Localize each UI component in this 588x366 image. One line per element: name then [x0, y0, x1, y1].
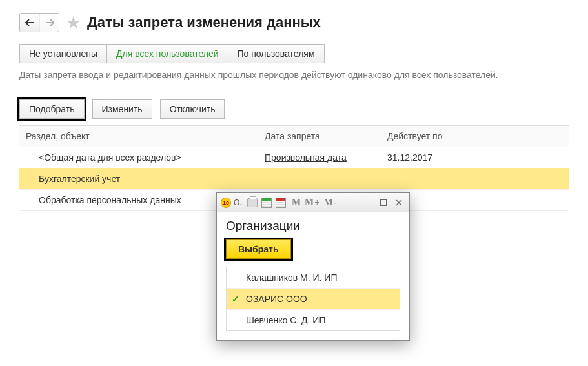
col-valid-until: Действует по: [381, 126, 569, 147]
tab-not-set[interactable]: Не установлены: [20, 45, 107, 63]
forward-button[interactable]: [39, 14, 59, 32]
col-lock-date: Дата запрета: [258, 126, 381, 147]
row-name: <Общая дата для всех разделов>: [19, 147, 258, 168]
table-row[interactable]: <Общая дата для всех разделов> Произволь…: [19, 147, 569, 168]
organizations-popup: 1c О.. M M+ M- Организации Выбрать Калаш…: [216, 192, 410, 224]
tab-all-users[interactable]: Для всех пользователей: [107, 45, 228, 63]
row-name: Бухгалтерский учет: [19, 168, 258, 189]
row-until: [381, 168, 569, 189]
popup-titlebar[interactable]: 1c О.. M M+ M-: [217, 193, 409, 212]
popup-caption: О..: [234, 198, 244, 207]
mode-tabs: Не установлены Для всех пользователей По…: [19, 44, 325, 63]
row-until: 31.12.2017: [381, 147, 569, 168]
table-row[interactable]: Бухгалтерский учет: [19, 168, 569, 190]
toolbar: Подобрать Изменить Отключить: [19, 99, 569, 119]
nav-buttons: [19, 13, 59, 32]
svg-rect-0: [381, 199, 387, 205]
calendar-red-icon[interactable]: [275, 197, 287, 208]
maximize-icon[interactable]: [377, 197, 390, 208]
description-text: Даты запрета ввода и редактирования данн…: [19, 70, 569, 80]
row-kind: [258, 168, 381, 189]
disable-button[interactable]: Отключить: [160, 99, 225, 119]
print-icon[interactable]: [247, 197, 258, 208]
favorite-star-icon[interactable]: ★: [66, 14, 81, 31]
row-kind-link[interactable]: Произвольная дата: [265, 152, 347, 163]
app-1c-icon: 1c: [221, 198, 231, 208]
col-section: Раздел, объект: [19, 126, 258, 147]
page-title: Даты запрета изменения данных: [87, 14, 321, 31]
calendar-green-icon[interactable]: [261, 197, 272, 208]
pick-button[interactable]: Подобрать: [19, 99, 85, 119]
tab-by-users[interactable]: По пользователям: [228, 45, 324, 63]
close-icon[interactable]: [392, 197, 405, 208]
back-button[interactable]: [20, 14, 39, 32]
popup-title: Организации: [226, 219, 400, 224]
memory-buttons[interactable]: M M+ M-: [292, 197, 338, 208]
edit-button[interactable]: Изменить: [92, 99, 152, 119]
